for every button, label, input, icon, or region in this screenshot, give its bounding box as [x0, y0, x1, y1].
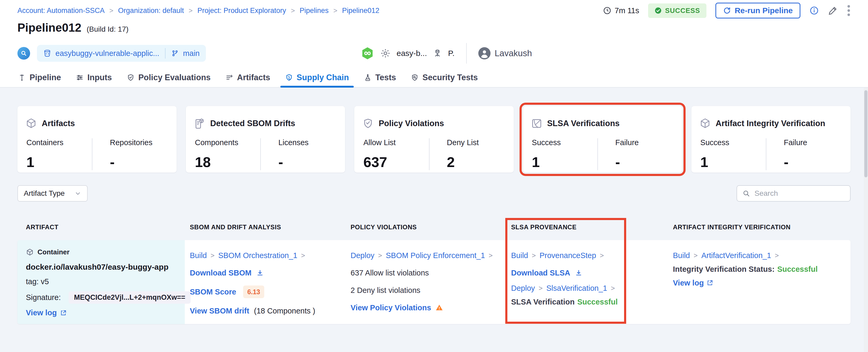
stat-label: Failure [615, 138, 682, 147]
integrity-status-label: Integrity Verification Status: [673, 264, 775, 274]
tab-label: Supply Chain [297, 73, 349, 82]
drift-components-count: (18 Components ) [254, 306, 315, 316]
stat-value: - [784, 154, 850, 170]
scrollbar-thumb[interactable] [864, 90, 867, 177]
sbom-cell: Build > SBOM Orchestration_1 > Download … [190, 240, 350, 324]
card-title: Artifact Integrity Verification [716, 119, 825, 128]
sbom-score-link[interactable]: SBOM Score [190, 287, 236, 296]
gear-icon [380, 48, 391, 59]
breadcrumb: Account: Automation-SSCA > Organization:… [18, 7, 379, 15]
tab-supply-chain[interactable]: Supply Chain [278, 68, 356, 87]
repository-icon [43, 49, 51, 57]
breadcrumb-pipelines[interactable]: Pipelines [300, 7, 329, 15]
sbom-stage-link[interactable]: Build [190, 251, 207, 260]
edit-pencil-icon[interactable] [828, 5, 838, 15]
stat-value: 637 [363, 154, 429, 170]
refresh-icon [723, 7, 731, 14]
search-input[interactable] [754, 189, 850, 198]
external-link-icon [60, 310, 67, 316]
codebase-pill[interactable]: easybuggy-vulnerable-applic... main [37, 45, 206, 62]
signature-value[interactable]: MEQCICde2Vjl...L+2+mqnOXw== [69, 291, 191, 304]
download-icon [575, 269, 582, 277]
tab-policy-evaluations[interactable]: Policy Evaluations [119, 68, 218, 87]
triggered-by-user: Lavakush [478, 47, 532, 59]
tab-security-tests[interactable]: Security Tests [403, 68, 485, 87]
search-icon [742, 189, 750, 197]
tab-label: Artifacts [237, 73, 270, 82]
page-header: Account: Automation-SSCA > Organization:… [0, 0, 868, 68]
artifact-view-log-link[interactable]: View log [26, 309, 57, 317]
artifact-table-row: Container docker.io/lavakush07/easy-bugg… [18, 240, 850, 324]
view-sbom-drift-link[interactable]: View SBOM drift [190, 306, 249, 316]
chevron-separator: > [488, 251, 494, 260]
integrity-stage-link[interactable]: Build [673, 251, 690, 260]
slsa-step2-link[interactable]: SlsaVerification_1 [546, 283, 607, 293]
column-header-policy: POLICY VIOLATIONS [350, 223, 511, 231]
card-title: SLSA Verifications [547, 119, 620, 128]
stat-value: 1 [26, 154, 92, 170]
build-id: (Build Id: 17) [87, 25, 129, 33]
supply-chain-page: Account: Automation-SSCA > Organization:… [0, 0, 868, 352]
artifact-type-dropdown[interactable]: Artifact Type [18, 185, 88, 201]
rerun-pipeline-button[interactable]: Re-run Pipeline [715, 3, 800, 19]
stat-label: Containers [26, 138, 92, 147]
cube-icon [699, 118, 711, 129]
avatar [478, 47, 491, 59]
warning-icon [435, 304, 443, 312]
tab-inputs[interactable]: Inputs [68, 68, 119, 87]
git-branch-icon [171, 50, 179, 57]
breadcrumb-pipeline012[interactable]: Pipeline012 [342, 7, 379, 15]
download-slsa-link[interactable]: Download SLSA [511, 268, 570, 278]
kebab-menu-icon[interactable] [847, 5, 850, 17]
cube-icon [25, 118, 37, 129]
stat-value: 1 [701, 154, 766, 170]
tab-artifacts[interactable]: Artifacts [218, 68, 278, 87]
branch-name[interactable]: main [183, 49, 199, 58]
slsa-status-label: SLSA Verification [511, 297, 575, 307]
codebase-short: easy-b... [397, 49, 427, 58]
stat-label: Repositories [110, 138, 177, 147]
tab-label: Security Tests [423, 73, 478, 82]
breadcrumb-separator: > [334, 7, 337, 15]
breadcrumb-separator: > [291, 7, 295, 15]
deny-list-violations: 2 Deny list violations [350, 286, 511, 295]
stat-value: 1 [532, 154, 597, 170]
card-artifacts: Artifacts Containers 1 Repositories - [18, 106, 177, 172]
breadcrumb-project[interactable]: Project: Product Exploratory [197, 7, 286, 15]
execution-tabs: Pipeline Inputs Policy Evaluations Artif… [0, 68, 868, 88]
sbom-step-link[interactable]: SBOM Orchestration_1 [218, 251, 298, 260]
info-icon[interactable] [809, 6, 819, 15]
trigger-abbrev: P. [448, 49, 454, 58]
meta-divider [466, 43, 467, 64]
chevron-separator: > [537, 283, 544, 293]
tab-tests[interactable]: Tests [356, 68, 404, 87]
repo-name[interactable]: easybuggy-vulnerable-applic... [56, 49, 159, 58]
policy-step-link[interactable]: SBOM Policy Enforcement_1 [386, 251, 485, 260]
artifact-image-name: docker.io/lavakush07/easy-buggy-app [26, 262, 185, 271]
breadcrumb-account[interactable]: Account: Automation-SSCA [18, 7, 104, 15]
breadcrumb-separator: > [109, 7, 113, 15]
integrity-view-log-link[interactable]: View log [673, 278, 704, 288]
stat-label: Failure [784, 138, 850, 147]
stat-label: Allow List [363, 138, 429, 147]
download-sbom-link[interactable]: Download SBOM [190, 268, 252, 278]
tab-label: Tests [375, 73, 396, 82]
page-title: Pipeline012 [18, 21, 81, 34]
slsa-stage1-link[interactable]: Build [511, 251, 528, 260]
view-policy-violations-link[interactable]: View Policy Violations [350, 303, 431, 312]
breadcrumb-organization[interactable]: Organization: default [118, 7, 184, 15]
slsa-stage2-link[interactable]: Deploy [511, 283, 535, 293]
breadcrumb-separator: > [189, 7, 193, 15]
vertical-scrollbar[interactable] [864, 88, 868, 352]
chevron-separator: > [210, 251, 216, 260]
policy-stage-link[interactable]: Deploy [350, 251, 374, 260]
tab-pipeline[interactable]: Pipeline [10, 68, 68, 87]
pill-divider [165, 48, 165, 59]
slsa-step1-link[interactable]: ProvenanceStep [539, 251, 596, 260]
rerun-label: Re-run Pipeline [735, 6, 793, 15]
shield-check-icon [362, 118, 374, 129]
integrity-step-link[interactable]: ArtifactVerification_1 [702, 251, 771, 260]
external-link-icon [707, 280, 713, 286]
table-header-row: ARTIFACT SBOM AND DRIFT ANALYSIS POLICY … [18, 223, 850, 231]
card-title: Artifacts [42, 119, 75, 128]
